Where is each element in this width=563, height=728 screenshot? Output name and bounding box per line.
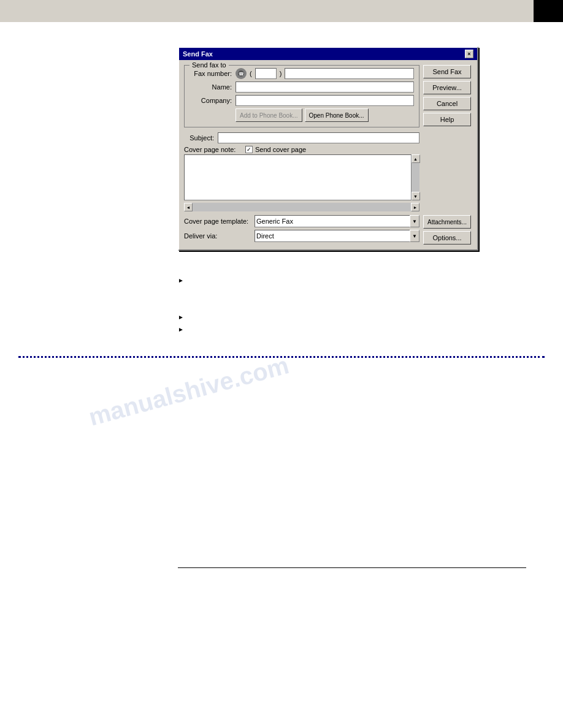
deliver-via-row: Deliver via: Direct Network Internet ▼ bbox=[184, 230, 419, 242]
scroll-track bbox=[412, 163, 419, 192]
name-input[interactable] bbox=[236, 82, 414, 93]
options-button[interactable]: Options... bbox=[423, 231, 471, 245]
send-cover-page-area: ✓ Send cover page bbox=[245, 146, 306, 153]
dotted-separator bbox=[18, 356, 545, 358]
note-textarea-container: ▲ ▼ bbox=[184, 154, 419, 200]
deliver-via-label: Deliver via: bbox=[184, 232, 255, 240]
button-spacer bbox=[423, 129, 472, 213]
scroll-down-button[interactable]: ▼ bbox=[412, 192, 420, 200]
fax-number-inputs: ☎ ( ) bbox=[236, 68, 414, 79]
svg-text:☎: ☎ bbox=[239, 72, 244, 76]
deliver-via-select[interactable]: Direct Network Internet bbox=[255, 230, 419, 242]
header-bar bbox=[0, 0, 563, 22]
send-fax-to-group: Send fax to Fax number: ☎ ( bbox=[184, 65, 419, 127]
send-cover-page-checkbox[interactable]: ✓ bbox=[245, 146, 253, 153]
send-fax-dialog: Send Fax × Send fax to Fax number: bbox=[178, 47, 478, 251]
horizontal-scrollbar-area: ◄ ► bbox=[184, 203, 419, 211]
dialog-title: Send Fax bbox=[183, 50, 213, 58]
dialog-right-panel: Send Fax Preview... Cancel Help Attachme… bbox=[423, 65, 472, 245]
scroll-right-button[interactable]: ► bbox=[411, 203, 419, 211]
cover-page-template-select[interactable]: Generic Fax Standard Formal bbox=[255, 215, 419, 227]
company-input[interactable] bbox=[236, 95, 414, 106]
cover-page-template-label: Cover page template: bbox=[184, 218, 255, 225]
arrow-bullet-3: ► bbox=[178, 326, 184, 333]
send-cover-page-label: Send cover page bbox=[255, 146, 306, 153]
arrow-item-1: ► bbox=[178, 276, 188, 284]
arrow-item-2: ► bbox=[178, 313, 188, 320]
attachments-button[interactable]: Attachments... bbox=[423, 215, 471, 229]
bottom-horizontal-line bbox=[178, 567, 526, 568]
arrow-bullet-1: ► bbox=[178, 277, 184, 284]
h-scroll-track bbox=[193, 203, 411, 211]
dialog-titlebar: Send Fax × bbox=[179, 48, 477, 60]
add-to-phone-book-button[interactable]: Add to Phone Book... bbox=[236, 108, 302, 122]
dialog-body: Send fax to Fax number: ☎ ( bbox=[179, 60, 477, 249]
company-row: Company: bbox=[190, 95, 414, 106]
phone-book-buttons: Add to Phone Book... Open Phone Book... bbox=[236, 108, 414, 122]
arrows-section-2: ► ► bbox=[178, 313, 188, 335]
watermark-bottom: manualshive.com bbox=[86, 351, 292, 431]
open-phone-book-button[interactable]: Open Phone Book... bbox=[305, 108, 369, 122]
cancel-button[interactable]: Cancel bbox=[423, 97, 471, 110]
help-button[interactable]: Help bbox=[423, 113, 471, 126]
arrows-section: ► bbox=[178, 276, 188, 286]
scroll-up-button[interactable]: ▲ bbox=[412, 154, 420, 163]
cover-page-row: Cover page note: ✓ Send cover page bbox=[184, 146, 419, 153]
cover-page-template-select-wrapper: Generic Fax Standard Formal ▼ bbox=[255, 215, 419, 227]
scroll-left-button[interactable]: ◄ bbox=[184, 203, 193, 211]
fax-number-label: Fax number: bbox=[190, 70, 236, 77]
group-box-label: Send fax to bbox=[190, 61, 229, 69]
subject-label: Subject: bbox=[184, 134, 218, 142]
textarea-scrollbar[interactable]: ▲ ▼ bbox=[411, 154, 419, 200]
cover-page-note-label: Cover page note: bbox=[184, 146, 245, 153]
fax-area-code-input[interactable] bbox=[255, 68, 277, 79]
subject-row: Subject: bbox=[184, 132, 419, 143]
cover-page-note-textarea[interactable] bbox=[184, 154, 419, 200]
dialog-left-panel: Send fax to Fax number: ☎ ( bbox=[184, 65, 419, 245]
preview-button[interactable]: Preview... bbox=[423, 81, 471, 94]
arrow-item-3: ► bbox=[178, 325, 188, 333]
phone-icon: ☎ bbox=[236, 68, 247, 79]
deliver-via-select-wrapper: Direct Network Internet ▼ bbox=[255, 230, 419, 242]
name-row: Name: bbox=[190, 82, 414, 93]
dialog-close-button[interactable]: × bbox=[465, 50, 473, 58]
paren-open: ( bbox=[248, 70, 253, 77]
subject-input[interactable] bbox=[218, 132, 419, 143]
fax-number-row: Fax number: ☎ ( ) bbox=[190, 68, 414, 79]
company-label: Company: bbox=[190, 97, 236, 104]
arrow-bullet-2: ► bbox=[178, 314, 184, 320]
name-label: Name: bbox=[190, 83, 236, 91]
send-fax-button[interactable]: Send Fax bbox=[423, 65, 471, 78]
paren-close: ) bbox=[278, 70, 283, 77]
fax-number-input[interactable] bbox=[285, 68, 414, 79]
header-black-box bbox=[534, 0, 563, 22]
cover-page-template-row: Cover page template: Generic Fax Standar… bbox=[184, 215, 419, 227]
